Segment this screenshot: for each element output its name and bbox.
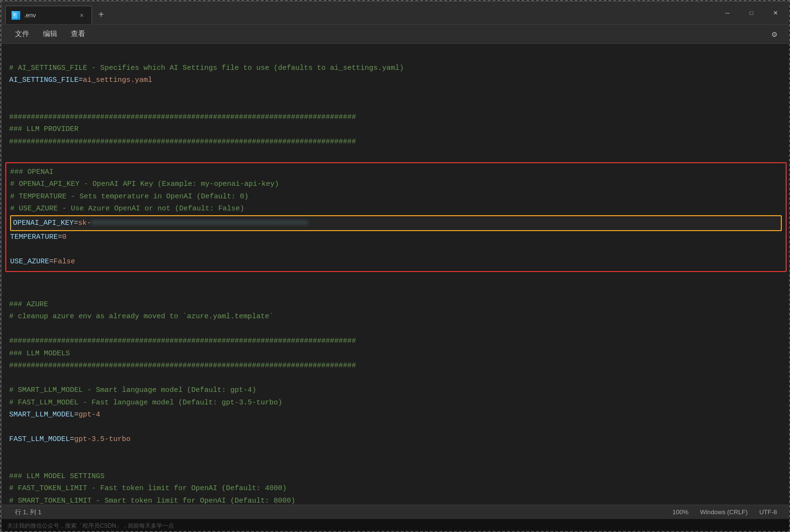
encoding[interactable]: UTF-8	[753, 505, 783, 519]
llm-settings-header: ### LLM MODEL SETTINGS	[9, 472, 105, 480]
maximize-button[interactable]: □	[740, 5, 763, 21]
file-icon	[12, 11, 20, 20]
fast-model-comment: # FAST_LLM_MODEL - Fast language model (…	[9, 399, 282, 407]
tab-title: .env	[24, 12, 74, 19]
svg-rect-1	[13, 13, 16, 14]
title-bar: .env ✕ + ─ □ ✕	[1, 1, 790, 25]
line-separator-4: ########################################…	[9, 362, 356, 370]
main-window: .env ✕ + ─ □ ✕ 文件 编辑 查看 ⚙ # AI_SETTINGS_…	[1, 1, 790, 532]
svg-rect-3	[13, 15, 15, 16]
temperature-line: TEMPERATURE=0	[10, 231, 782, 244]
menu-edit[interactable]: 编辑	[37, 26, 63, 41]
tab-close-button[interactable]: ✕	[78, 10, 86, 20]
azure-comment: # cleanup azure env as already moved to …	[9, 312, 274, 321]
status-right: 100% Windows (CRLF) UTF-8	[667, 505, 783, 519]
temperature-comment: # TEMPERATURE - Sets temperature in Open…	[10, 193, 249, 201]
use-azure-comment: # USE_AZURE - Use Azure OpenAI or not (D…	[10, 205, 244, 213]
line-2: AI_SETTINGS_FILE=ai_settings.yaml	[9, 74, 783, 87]
tab-area: .env ✕ +	[1, 1, 712, 24]
window-controls: ─ □ ✕	[712, 1, 790, 24]
menu-file[interactable]: 文件	[9, 26, 35, 41]
zoom-level[interactable]: 100%	[667, 505, 694, 519]
openai-api-key-comment: # OPENAI_API_KEY - OpenAI API Key (Examp…	[10, 180, 279, 188]
line-separator-2: ########################################…	[9, 138, 356, 146]
use-azure-line: USE_AZURE=False	[10, 256, 782, 268]
minimize-button[interactable]: ─	[716, 5, 738, 21]
line-1: # AI_SETTINGS_FILE - Specifies which AI …	[9, 64, 404, 72]
smart-model-comment: # SMART_LLM_MODEL - Smart language model…	[9, 386, 256, 394]
editor-area: # AI_SETTINGS_FILE - Specifies which AI …	[1, 44, 790, 505]
watermark: 关注我的微信公众号，搜索「程序员CSDN」，就能每天多学一点	[7, 522, 174, 530]
fast-model-line: FAST_LLM_MODEL=gpt-3.5-turbo	[9, 433, 783, 446]
line-ending[interactable]: Windows (CRLF)	[694, 505, 753, 519]
openai-section-highlight: ### OPENAI # OPENAI_API_KEY - OpenAI API…	[5, 162, 787, 272]
status-left: 行 1, 列 1	[9, 505, 667, 519]
close-button[interactable]: ✕	[764, 5, 787, 21]
llm-models-header: ### LLM MODELS	[9, 350, 70, 358]
line-section-llm: ### LLM PROVIDER	[9, 125, 79, 133]
settings-icon[interactable]: ⚙	[766, 26, 783, 42]
line-separator-3: ########################################…	[9, 337, 356, 345]
api-key-value: ••••••••••••••••••••••••••••••••••••••••…	[91, 219, 308, 227]
api-key-line: OPENAI_API_KEY=sk-••••••••••••••••••••••…	[10, 215, 782, 232]
smart-token-comment: # SMART_TOKEN_LIMIT - Smart token limit …	[9, 497, 295, 505]
bottom-bar: 关注我的微信公众号，搜索「程序员CSDN」，就能每天多学一点	[1, 519, 790, 532]
active-tab[interactable]: .env ✕	[5, 6, 92, 24]
smart-model-line: SMART_LLM_MODEL=gpt-4	[9, 409, 783, 421]
openai-header: ### OPENAI	[10, 168, 53, 176]
svg-rect-2	[13, 14, 16, 15]
line-separator-1: ########################################…	[9, 113, 356, 121]
fast-token-comment: # FAST_TOKEN_LIMIT - Fast token limit fo…	[9, 484, 287, 493]
cursor-position[interactable]: 行 1, 列 1	[9, 505, 47, 519]
menu-bar: 文件 编辑 查看 ⚙	[1, 25, 790, 44]
menu-view[interactable]: 查看	[65, 26, 91, 41]
editor-content[interactable]: # AI_SETTINGS_FILE - Specifies which AI …	[1, 44, 790, 505]
status-bar: 行 1, 列 1 100% Windows (CRLF) UTF-8	[1, 505, 790, 519]
azure-header: ### AZURE	[9, 300, 48, 309]
new-tab-button[interactable]: +	[92, 6, 110, 24]
